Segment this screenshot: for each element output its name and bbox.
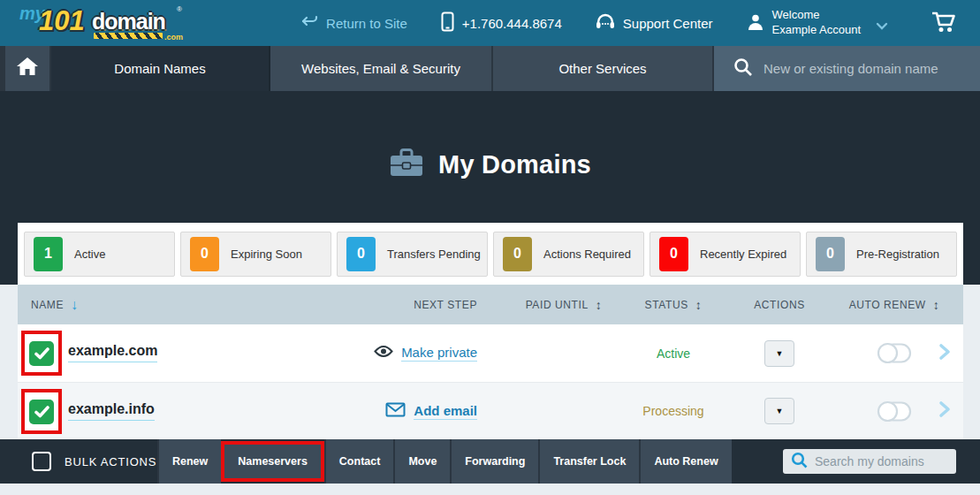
domain-search-input[interactable]	[763, 61, 967, 76]
tab-other-services[interactable]: Other Services	[493, 46, 714, 91]
status-card-label: Actions Required	[543, 248, 631, 261]
sort-descending-icon[interactable]: ↓	[71, 297, 79, 313]
my-domains-search-input[interactable]	[815, 454, 947, 468]
return-arrow-icon	[301, 15, 318, 31]
logo-tld: .com	[164, 33, 183, 42]
row-checkbox-checked[interactable]	[29, 400, 54, 424]
status-card-transfers-pending[interactable]: 0 Transfers Pending	[337, 232, 488, 277]
status-card-label: Expiring Soon	[231, 248, 302, 261]
hero-section: My Domains 1 Active 0 Expiring Soon 0 Tr…	[0, 91, 980, 285]
support-center-label: Support Center	[623, 16, 713, 31]
column-header-auto-renew[interactable]: AUTO RENEW ↕	[832, 285, 956, 324]
domain-search-box	[714, 46, 980, 91]
status-text: Active	[657, 346, 690, 361]
status-card-pre-registration[interactable]: 0 Pre-Registration	[806, 232, 957, 277]
row-expand-chevron[interactable]	[926, 324, 963, 382]
chevron-right-icon	[938, 400, 951, 422]
page: my 101 domain ® .com Return to Site +1.7…	[0, 0, 980, 495]
cart-button[interactable]	[931, 11, 957, 36]
bulk-forwarding-button[interactable]: Forwarding	[450, 439, 538, 484]
search-icon	[733, 57, 753, 80]
chevron-down-icon	[876, 18, 888, 33]
search-icon	[791, 452, 808, 472]
status-count-badge: 1	[34, 237, 63, 271]
phone-number: +1.760.444.8674	[462, 16, 562, 31]
tab-websites-email-security-label: Websites, Email & Security	[301, 61, 460, 76]
annotation-highlight-checkbox	[21, 331, 62, 376]
phone-icon	[441, 11, 454, 34]
status-cards-panel: 1 Active 0 Expiring Soon 0 Transfers Pen…	[18, 223, 963, 285]
next-step-cell: Make private	[309, 324, 477, 382]
status-card-recently-expired[interactable]: 0 Recently Expired	[650, 232, 801, 277]
column-label: NEXT STEP	[414, 299, 477, 311]
support-center-link[interactable]: Support Center	[596, 13, 713, 33]
home-icon	[16, 57, 39, 80]
domains-table: NAME ↓ NEXT STEP PAID UNTIL ↕ STATUS ↕ A…	[18, 285, 963, 439]
chevron-right-icon	[938, 343, 951, 364]
page-title: My Domains	[438, 150, 591, 179]
bulk-contact-button[interactable]: Contact	[324, 439, 394, 484]
topbar: my 101 domain ® .com Return to Site +1.7…	[0, 0, 980, 46]
welcome-line1: Welcome	[772, 8, 820, 21]
column-header-status[interactable]: STATUS ↕	[621, 285, 726, 324]
sort-both-icon[interactable]: ↕	[695, 298, 703, 312]
bulk-select-all-checkbox[interactable]	[32, 452, 51, 471]
bulk-transfer-lock-button[interactable]: Transfer Lock	[538, 439, 639, 484]
bulk-auto-renew-button[interactable]: Auto Renew	[639, 439, 731, 484]
hero-row: My Domains	[0, 91, 980, 181]
site-logo[interactable]: my 101 domain ® .com	[19, 4, 196, 42]
main-nav: Domain Names Websites, Email & Security …	[0, 46, 980, 91]
caret-down-icon: ▼	[776, 407, 784, 415]
status-text: Processing	[642, 404, 703, 418]
status-card-actions-required[interactable]: 0 Actions Required	[493, 232, 644, 277]
status-card-label: Pre-Registration	[856, 248, 939, 261]
logo-hatch-stripe	[94, 33, 163, 39]
sort-both-icon[interactable]: ↕	[596, 298, 603, 312]
bulk-nameservers-button[interactable]: Nameservers	[224, 445, 321, 478]
status-cell: Processing	[621, 383, 726, 439]
column-header-paid-until[interactable]: PAID UNTIL ↕	[511, 285, 617, 324]
welcome-line2: Example Account	[772, 23, 861, 36]
bulk-renew-button[interactable]: Renew	[157, 439, 221, 484]
column-label: NAME	[31, 299, 64, 311]
table-row-example-com: example.com Make private Active ▼	[18, 324, 963, 382]
auto-renew-toggle-off[interactable]	[877, 400, 912, 423]
tab-domain-names[interactable]: Domain Names	[51, 46, 270, 91]
logo-101: 101	[39, 5, 85, 37]
annotation-highlight-checkbox	[21, 389, 62, 434]
row-checkbox-checked[interactable]	[29, 341, 54, 366]
user-icon	[747, 13, 764, 34]
domain-link[interactable]: example.info	[68, 401, 155, 421]
actions-dropdown-button[interactable]: ▼	[764, 398, 794, 424]
row-expand-chevron[interactable]	[926, 383, 963, 439]
return-to-site-link[interactable]: Return to Site	[301, 15, 407, 31]
bulk-actions-label: BULK ACTIONS	[65, 455, 156, 468]
home-button[interactable]	[5, 46, 51, 91]
briefcase-icon	[389, 148, 424, 181]
domains-table-section: NAME ↓ NEXT STEP PAID UNTIL ↕ STATUS ↕ A…	[0, 285, 980, 439]
cart-icon	[931, 11, 957, 36]
phone-link[interactable]: +1.760.444.8674	[441, 11, 562, 34]
envelope-icon	[385, 402, 406, 421]
status-card-expiring-soon[interactable]: 0 Expiring Soon	[180, 232, 331, 277]
status-count-badge: 0	[503, 237, 532, 271]
column-header-actions: ACTIONS	[732, 285, 827, 324]
actions-dropdown-button[interactable]: ▼	[764, 340, 794, 367]
actions-cell: ▼	[732, 383, 827, 439]
headset-icon	[596, 13, 615, 33]
tab-websites-email-security[interactable]: Websites, Email & Security	[270, 46, 493, 91]
table-row-example-info: example.info Add email Processing ▼	[18, 382, 963, 439]
caret-down-icon: ▼	[776, 349, 784, 358]
domain-link[interactable]: example.com	[68, 343, 157, 362]
add-email-link[interactable]: Add email	[414, 403, 477, 420]
bulk-move-button[interactable]: Move	[393, 439, 450, 484]
make-private-link[interactable]: Make private	[401, 345, 477, 362]
auto-renew-toggle-off[interactable]	[877, 342, 912, 364]
eye-icon	[374, 345, 393, 362]
table-header: NAME ↓ NEXT STEP PAID UNTIL ↕ STATUS ↕ A…	[18, 285, 963, 324]
sort-both-icon[interactable]: ↕	[933, 298, 940, 312]
account-menu[interactable]: Welcome Example Account	[747, 8, 888, 38]
status-card-active[interactable]: 1 Active	[24, 232, 175, 277]
column-label: PAID UNTIL	[526, 299, 589, 311]
column-header-name[interactable]: NAME ↓	[31, 285, 79, 324]
